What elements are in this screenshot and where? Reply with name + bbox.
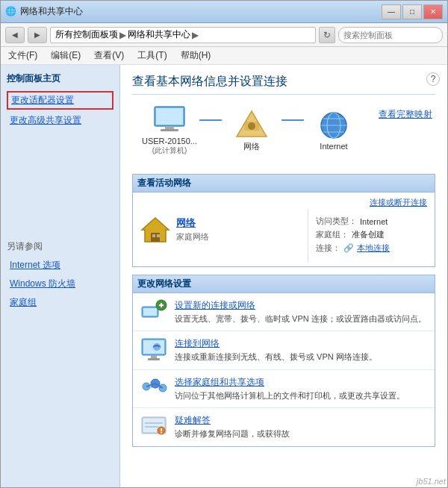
svg-rect-15 <box>157 234 160 237</box>
maximize-button[interactable]: □ <box>402 4 422 19</box>
network-right: 访问类型： Internet 家庭组： 准备创建 连接： 🔗 本地连接 <box>308 210 427 262</box>
path-sep2: ▶ <box>192 30 199 40</box>
connection-link[interactable]: 本地连接 <box>357 243 390 254</box>
sidebar-link-adapter[interactable]: 更改适配器设置 <box>7 91 113 110</box>
svg-point-38 <box>161 432 162 434</box>
main-window: 🌐 网络和共享中心 — □ ✕ ◀ ▶ 所有控制面板项 ▶ 网络和共享中心 ▶ … <box>0 0 448 488</box>
homegroup-icon <box>140 376 167 400</box>
active-network-header: 查看活动网络 <box>132 174 435 193</box>
main-title: 查看基本网络信息并设置连接 <box>132 74 435 95</box>
search-box: 🔍 <box>338 27 443 43</box>
address-bar: ◀ ▶ 所有控制面板项 ▶ 网络和共享中心 ▶ ↻ 🔍 <box>1 23 447 47</box>
network-node: 网络 <box>222 110 281 152</box>
network-info: 网络 家庭网络 <box>176 216 209 243</box>
window-icon: 🌐 <box>5 6 17 18</box>
title-bar: 🌐 网络和共享中心 — □ ✕ <box>1 1 447 23</box>
network-left: 网络 家庭网络 <box>133 193 224 266</box>
address-path[interactable]: 所有控制面板项 ▶ 网络和共享中心 ▶ <box>50 27 316 43</box>
computer-label: USER-20150... <box>142 137 197 146</box>
path-sep1: ▶ <box>119 30 126 40</box>
settings-item-text-2: 选择家庭组和共享选项 访问位于其他网络计算机上的文件和打印机，或更改共享设置。 <box>175 376 405 401</box>
close-button[interactable]: ✕ <box>423 4 443 19</box>
settings-item-2: 选择家庭组和共享选项 访问位于其他网络计算机上的文件和打印机，或更改共享设置。 <box>133 370 435 408</box>
connection-row: 连接： 🔗 本地连接 <box>316 243 420 254</box>
homegroup-value: 准备创建 <box>352 229 385 240</box>
settings-item-desc-0: 设置无线、宽带、拨号、临时或 VPN 连接；或设置路由器或访问点。 <box>175 313 426 325</box>
internet-label: Internet <box>320 142 347 151</box>
sidebar-section2-title: 另请参阅 <box>7 240 113 253</box>
computer-icon <box>152 105 187 135</box>
connector1 <box>199 119 222 121</box>
content-area: 控制面板主页 更改适配器设置 更改高级共享设置 另请参阅 Internet 选项… <box>1 65 447 487</box>
settings-item-desc-2: 访问位于其他网络计算机上的文件和打印机，或更改共享设置。 <box>175 390 405 401</box>
settings-item-1: 连接到网络 连接或重新连接到无线、有线、拨号或 VPN 网络连接。 <box>133 331 435 369</box>
access-type-label: 访问类型： <box>316 216 357 227</box>
sidebar-title: 控制面板主页 <box>7 72 113 85</box>
refresh-button[interactable]: ↻ <box>319 27 335 43</box>
settings-item-desc-3: 诊断并修复网络问题，或获得故 <box>175 428 290 439</box>
connection-label: 连接： <box>316 243 340 254</box>
svg-rect-24 <box>148 358 160 360</box>
access-type-row: 访问类型： Internet <box>316 216 420 227</box>
sidebar-link-homegroup[interactable]: 家庭组 <box>7 295 113 310</box>
sidebar-link-internet[interactable]: Internet 选项 <box>7 257 113 273</box>
homegroup-row: 家庭组： 准备创建 <box>316 229 420 240</box>
search-input[interactable] <box>343 31 447 40</box>
title-bar-buttons: — □ ✕ <box>382 4 443 19</box>
settings-item-desc-1: 连接或重新连接到无线、有线、拨号或 VPN 网络连接。 <box>175 351 377 363</box>
settings-item-title-2[interactable]: 选择家庭组和共享选项 <box>175 376 405 389</box>
watermark: jb51.net <box>417 477 446 486</box>
globe-icon <box>316 110 352 140</box>
forward-button[interactable]: ▶ <box>28 27 47 43</box>
network-name[interactable]: 网络 <box>176 216 209 230</box>
connect-network-icon <box>140 337 167 361</box>
settings-item-text-1: 连接到网络 连接或重新连接到无线、有线、拨号或 VPN 网络连接。 <box>175 337 377 363</box>
connection-icon: 🔗 <box>343 243 354 253</box>
connect-disconnect-link[interactable]: 连接或断开连接 <box>370 197 427 208</box>
active-network-panel: 网络 家庭网络 连接或断开连接 访问类型： Internet <box>132 193 435 267</box>
help-button[interactable]: ? <box>426 72 440 86</box>
svg-rect-3 <box>161 129 178 131</box>
sidebar: 控制面板主页 更改适配器设置 更改高级共享设置 另请参阅 Internet 选项… <box>1 65 120 487</box>
sidebar-section-2: 另请参阅 Internet 选项 Windows 防火墙 家庭组 <box>7 240 113 310</box>
view-full-map-link[interactable]: 查看完整映射 <box>379 109 432 119</box>
path-current: 网络和共享中心 <box>128 28 190 41</box>
settings-item-title-1[interactable]: 连接到网络 <box>175 337 377 350</box>
title-bar-text: 网络和共享中心 <box>20 5 382 18</box>
settings-list: 设置新的连接或网络 设置无线、宽带、拨号、临时或 VPN 连接；或设置路由器或访… <box>132 293 435 447</box>
settings-item-title-3[interactable]: 疑难解答 <box>175 414 290 427</box>
sidebar-link-sharing[interactable]: 更改高级共享设置 <box>7 113 113 128</box>
internet-node: Internet <box>304 110 364 151</box>
access-type-value: Internet <box>360 217 388 226</box>
new-connection-icon <box>140 299 167 323</box>
troubleshoot-icon <box>140 414 167 438</box>
minimize-button[interactable]: — <box>382 4 401 19</box>
menu-file[interactable]: 文件(F) <box>5 48 40 63</box>
computer-sublabel: (此计算机) <box>152 146 187 156</box>
sidebar-link-firewall[interactable]: Windows 防火墙 <box>7 276 113 292</box>
house-icon <box>140 216 170 243</box>
settings-item-0: 设置新的连接或网络 设置无线、宽带、拨号、临时或 VPN 连接；或设置路由器或访… <box>133 293 435 331</box>
path-home: 所有控制面板项 <box>55 28 118 41</box>
menu-view[interactable]: 查看(V) <box>91 48 127 63</box>
router-icon <box>234 110 270 140</box>
svg-rect-1 <box>156 108 183 125</box>
menu-edit[interactable]: 编辑(E) <box>48 48 84 63</box>
svg-point-6 <box>248 122 255 130</box>
svg-rect-23 <box>151 355 157 358</box>
settings-item-text-3: 疑难解答 诊断并修复网络问题，或获得故 <box>175 414 290 439</box>
menu-tools[interactable]: 工具(T) <box>134 48 169 63</box>
connector2 <box>281 119 304 121</box>
computer-node: USER-20150... (此计算机) <box>140 105 199 156</box>
svg-rect-14 <box>152 234 155 237</box>
network-diagram: USER-20150... (此计算机) 网络 <box>132 105 364 156</box>
menu-bar: 文件(F) 编辑(E) 查看(V) 工具(T) 帮助(H) <box>1 47 447 65</box>
main-panel: ? 查看基本网络信息并设置连接 USER-2 <box>120 65 447 487</box>
homegroup-label: 家庭组： <box>316 229 349 240</box>
change-section-header: 更改网络设置 <box>132 275 435 293</box>
network-type: 家庭网络 <box>176 231 209 243</box>
settings-item-title-0[interactable]: 设置新的连接或网络 <box>175 299 426 312</box>
svg-rect-2 <box>165 126 174 129</box>
back-button[interactable]: ◀ <box>5 27 25 43</box>
menu-help[interactable]: 帮助(H) <box>178 48 214 63</box>
